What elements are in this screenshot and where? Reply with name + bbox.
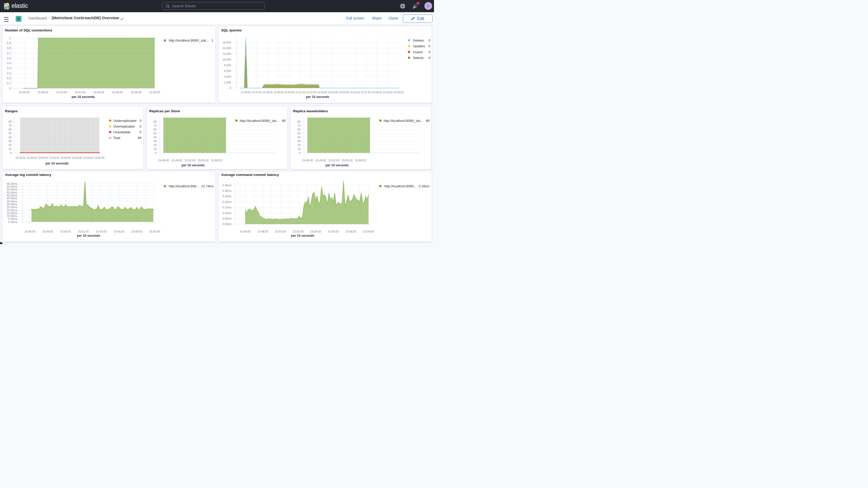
svg-text:0.7: 0.7	[7, 52, 11, 55]
svg-text:per 10 seconds: per 10 seconds	[181, 163, 205, 167]
svg-text:15:54:00: 15:54:00	[93, 91, 104, 94]
svg-text:15:58:00: 15:58:00	[345, 230, 356, 233]
svg-text:0.5: 0.5	[7, 62, 11, 65]
svg-text:16:00:00: 16:00:00	[149, 91, 160, 94]
svg-text:16:00:00: 16:00:00	[394, 91, 404, 94]
svg-text:80: 80	[8, 120, 12, 123]
svg-text:15:54:00: 15:54:00	[96, 230, 106, 233]
svg-text:2,000: 2,000	[224, 81, 231, 84]
svg-text:15:58:00: 15:58:00	[355, 159, 366, 162]
svg-text:15:46:00: 15:46:00	[16, 156, 26, 159]
svg-text:15:50:00: 15:50:00	[275, 230, 286, 233]
svg-text:http://localhost:8080/_stat...: http://localhost:8080/_stat...	[169, 39, 209, 42]
svg-text:15:49:00: 15:49:00	[315, 159, 326, 162]
svg-text:16,000: 16,000	[222, 41, 231, 44]
svg-text:15:49:00: 15:49:00	[273, 91, 283, 94]
svg-text:8,000: 8,000	[224, 64, 231, 67]
svg-text:15:56:00: 15:56:00	[350, 91, 360, 94]
svg-text:Deletes: Deletes	[413, 39, 424, 42]
svg-text:per 10 seconds: per 10 seconds	[71, 95, 95, 99]
svg-text:89: 89	[426, 119, 429, 123]
svg-text:16:00:00: 16:00:00	[363, 230, 374, 233]
svg-text:0: 0	[10, 151, 12, 154]
svg-text:15:48:00: 15:48:00	[262, 91, 273, 94]
svg-text:15:48:00: 15:48:00	[42, 230, 53, 233]
svg-text:80: 80	[297, 120, 301, 123]
svg-text:Total: Total	[113, 136, 120, 140]
svg-text:15:52:00: 15:52:00	[306, 91, 316, 94]
svg-text:15:49:00: 15:49:00	[171, 159, 182, 162]
svg-text:Inserts: Inserts	[413, 51, 423, 54]
svg-text:0: 0	[429, 45, 430, 48]
svg-text:0: 0	[299, 151, 301, 154]
svg-text:25.00ms: 25.00ms	[7, 206, 18, 209]
svg-text:15:58:00: 15:58:00	[83, 156, 93, 159]
svg-text:40: 40	[8, 135, 12, 139]
svg-text:15:50:00: 15:50:00	[284, 91, 294, 94]
svg-text:65.00ms: 65.00ms	[7, 182, 18, 185]
svg-text:80: 80	[154, 120, 157, 123]
svg-text:10,000: 10,000	[222, 58, 231, 61]
svg-text:40.00ms: 40.00ms	[7, 197, 18, 200]
svg-text:Updates: Updates	[413, 45, 425, 48]
svg-text:0.25ms: 0.25ms	[222, 195, 231, 198]
svg-text:70: 70	[297, 124, 301, 127]
svg-text:4,000: 4,000	[224, 75, 231, 78]
svg-text:15:48:00: 15:48:00	[27, 156, 37, 159]
svg-text:15:52:00: 15:52:00	[74, 91, 86, 94]
svg-text:0.30ms: 0.30ms	[222, 189, 231, 192]
svg-text:15:48:00: 15:48:00	[37, 91, 48, 94]
svg-text:1: 1	[212, 39, 213, 42]
svg-text:15:55:00: 15:55:00	[341, 159, 352, 162]
svg-text:per 10 seconds: per 10 seconds	[291, 234, 314, 238]
svg-text:15:58:00: 15:58:00	[372, 91, 382, 94]
svg-text:15:50:00: 15:50:00	[60, 230, 71, 233]
svg-text:0.35ms: 0.35ms	[222, 184, 231, 187]
svg-text:15.00ms: 15.00ms	[7, 212, 18, 215]
svg-text:15:54:00: 15:54:00	[310, 230, 321, 233]
svg-text:20: 20	[297, 144, 301, 147]
svg-text:http://localhost:8080...: http://localhost:8080...	[384, 184, 416, 188]
svg-text:0.2: 0.2	[7, 77, 11, 80]
svg-text:5.00ms: 5.00ms	[8, 217, 18, 221]
svg-text:12,000: 12,000	[222, 53, 231, 56]
svg-text:35.00ms: 35.00ms	[7, 200, 18, 203]
svg-text:15:59:00: 15:59:00	[382, 91, 393, 94]
svg-text:15:56:00: 15:56:00	[112, 91, 123, 94]
svg-text:15:50:00: 15:50:00	[56, 91, 67, 94]
svg-text:30: 30	[297, 140, 301, 143]
svg-text:Unavailable: Unavailable	[113, 130, 130, 134]
svg-text:10.00ms: 10.00ms	[7, 214, 18, 217]
svg-text:15:46:00: 15:46:00	[19, 91, 30, 94]
svg-text:55.00ms: 55.00ms	[7, 188, 18, 191]
svg-text:0.4: 0.4	[7, 67, 11, 70]
svg-text:http://localhost:8080/_sta...: http://localhost:8080/_sta...	[240, 119, 279, 123]
svg-text:16:00:00: 16:00:00	[94, 156, 104, 159]
svg-text:30: 30	[8, 140, 12, 143]
svg-text:70: 70	[154, 124, 157, 127]
svg-text:60.00ms: 60.00ms	[7, 185, 18, 188]
svg-text:22.74ms: 22.74ms	[201, 185, 214, 188]
svg-text:0.8: 0.8	[7, 47, 11, 50]
svg-text:15:52:00: 15:52:00	[185, 159, 195, 162]
svg-text:0.15ms: 0.15ms	[222, 206, 231, 209]
svg-text:6,000: 6,000	[224, 69, 231, 72]
svg-text:15:46:00: 15:46:00	[158, 159, 169, 162]
svg-text:15:47:00: 15:47:00	[252, 91, 262, 94]
svg-text:30.00ms: 30.00ms	[7, 203, 18, 206]
svg-text:10: 10	[8, 147, 12, 150]
svg-text:15:52:00: 15:52:00	[78, 230, 89, 233]
svg-text:15:56:00: 15:56:00	[72, 156, 82, 159]
svg-text:60: 60	[297, 128, 301, 131]
svg-text:per 10 seconds: per 10 seconds	[326, 163, 349, 167]
svg-text:0.10ms: 0.10ms	[222, 212, 231, 215]
svg-text:70: 70	[8, 124, 12, 127]
svg-text:89: 89	[282, 119, 285, 123]
svg-text:15:58:00: 15:58:00	[130, 91, 142, 94]
svg-text:15:46:00: 15:46:00	[240, 230, 251, 233]
svg-text:15:51:00: 15:51:00	[295, 91, 305, 94]
svg-text:Overreplicated: Overreplicated	[113, 125, 135, 128]
svg-text:0.00ms: 0.00ms	[8, 220, 18, 223]
svg-text:15:55:00: 15:55:00	[339, 91, 349, 94]
svg-text:89: 89	[138, 136, 142, 140]
